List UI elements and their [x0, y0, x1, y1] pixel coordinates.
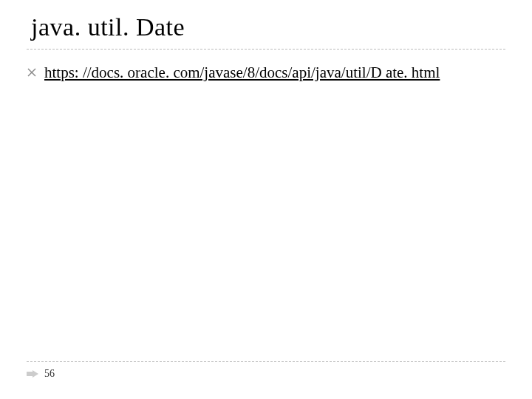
slide: java. util. Date https: //docs. oracle. …	[0, 0, 532, 399]
body-content: https: //docs. oracle. com/javase/8/docs…	[27, 63, 505, 83]
arrow-right-icon	[27, 369, 38, 378]
bullet-item: https: //docs. oracle. com/javase/8/docs…	[27, 63, 505, 83]
bullet-cross-icon	[27, 67, 37, 78]
page-number: 56	[44, 368, 55, 380]
doc-link[interactable]: https: //docs. oracle. com/javase/8/docs…	[44, 63, 440, 83]
svg-marker-2	[27, 370, 38, 378]
footer: 56	[27, 361, 505, 380]
page-title: java. util. Date	[27, 13, 505, 50]
